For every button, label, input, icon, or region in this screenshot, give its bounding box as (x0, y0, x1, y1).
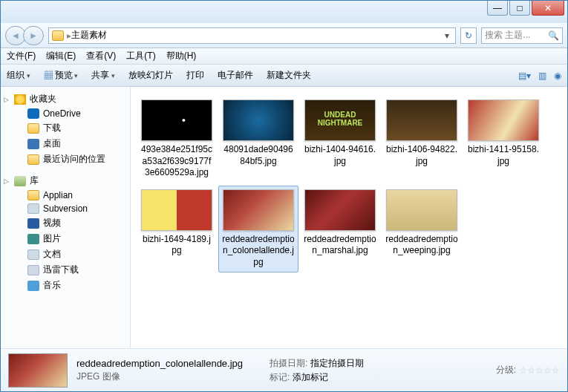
file-name: 493e384e251f95ca53a2f639c9177f3e6609529a… (140, 144, 213, 179)
file-grid[interactable]: 493e384e251f95ca53a2f639c9177f3e6609529a… (131, 87, 567, 348)
recent-icon (27, 154, 39, 165)
forward-button[interactable]: ► (23, 26, 44, 45)
onedrive-icon (27, 108, 39, 119)
close-button[interactable]: ✕ (532, 1, 564, 16)
search-icon: 🔍 (548, 30, 559, 41)
file-name: bizhi-1404-94616.jpg (304, 144, 376, 167)
minimize-button[interactable]: — (487, 1, 508, 16)
sidebar-item-documents[interactable]: 文档 (1, 246, 130, 262)
slideshow-button[interactable]: 放映幻灯片 (128, 69, 173, 82)
file-item[interactable]: bizhi-1649-4189.jpg (137, 186, 217, 272)
file-thumbnail (386, 99, 457, 141)
sidebar-favorites[interactable]: ▷ 收藏夹 (1, 91, 130, 107)
details-filename: reddeadredemption_colonelallende.jpg (76, 358, 243, 369)
file-thumbnail (468, 99, 539, 141)
address-bar[interactable]: ▸ 主题素材 ▾ (48, 27, 456, 44)
details-tags[interactable]: 添加标记 (293, 372, 328, 382)
file-thumbnail (141, 189, 212, 231)
sidebar-item-pictures[interactable]: 图片 (1, 231, 130, 246)
details-pane: reddeadredemption_colonelallende.jpg JPE… (1, 348, 567, 391)
file-item[interactable]: bizhi-1411-95158.jpg (463, 96, 543, 183)
sidebar-item-onedrive[interactable]: OneDrive (1, 107, 130, 120)
menu-help[interactable]: 帮助(H) (166, 50, 197, 62)
file-name: reddeadredemption_weeping.jpg (385, 234, 458, 257)
music-icon (27, 281, 39, 291)
file-item[interactable]: reddeadredemption_weeping.jpg (382, 186, 462, 272)
search-placeholder: 搜索 主题... (485, 29, 530, 42)
folder-icon (27, 190, 39, 200)
refresh-button[interactable]: ↻ (460, 27, 477, 44)
help-icon[interactable]: ◉ (554, 71, 561, 81)
file-item[interactable]: bizhi-1404-94616.jpg (300, 96, 380, 183)
file-item[interactable]: reddeadredemption_marshal.jpg (300, 186, 380, 272)
preview-button[interactable]: ▦ 预览 (44, 69, 79, 82)
address-path: 主题素材 (71, 29, 107, 42)
details-date[interactable]: 指定拍摄日期 (310, 358, 364, 368)
details-thumbnail (8, 353, 68, 388)
star-icon (14, 94, 26, 105)
file-thumbnail (386, 189, 457, 231)
file-item[interactable]: 493e384e251f95ca53a2f639c9177f3e6609529a… (137, 96, 217, 183)
subversion-icon (27, 203, 39, 214)
toolbar: 组织 ▦ 预览 共享 放映幻灯片 打印 电子邮件 新建文件夹 ▤▾ ▥ ◉ (1, 65, 567, 87)
email-button[interactable]: 电子邮件 (218, 69, 253, 82)
print-button[interactable]: 打印 (186, 69, 204, 82)
sidebar-item-music[interactable]: 音乐 (1, 278, 130, 293)
library-icon (14, 176, 26, 186)
file-name: bizhi-1406-94822.jpg (385, 144, 458, 167)
explorer-window: — □ ✕ ◄ ► ▸ 主题素材 ▾ ↻ 搜索 主题... 🔍 文件(F) 编辑… (0, 0, 568, 392)
details-filetype: JPEG 图像 (76, 370, 243, 383)
menu-view[interactable]: 查看(V) (86, 50, 116, 62)
thunder-icon (27, 265, 39, 275)
nav-bar: ◄ ► ▸ 主题素材 ▾ ↻ 搜索 主题... 🔍 (1, 23, 567, 48)
menu-edit[interactable]: 编辑(E) (46, 50, 76, 62)
share-button[interactable]: 共享 (91, 69, 115, 82)
rating-stars[interactable]: ☆☆☆☆☆ (519, 365, 560, 376)
file-name: 48091dade9049684bf5.jpg (222, 144, 295, 167)
maximize-button[interactable]: □ (509, 1, 530, 16)
panel-button[interactable]: ▥ (538, 71, 546, 81)
file-item[interactable]: bizhi-1406-94822.jpg (382, 96, 462, 183)
file-thumbnail (223, 189, 294, 231)
sidebar-item-desktop[interactable]: 桌面 (1, 136, 130, 151)
file-thumbnail (304, 99, 376, 141)
address-dropdown[interactable]: ▾ (442, 30, 452, 41)
titlebar: — □ ✕ (1, 1, 567, 23)
sidebar-item-applian[interactable]: Applian (1, 189, 130, 202)
file-name: bizhi-1411-95158.jpg (467, 144, 540, 167)
view-mode-button[interactable]: ▤▾ (518, 71, 531, 81)
desktop-icon (27, 139, 39, 149)
file-thumbnail (304, 189, 376, 231)
downloads-icon (27, 123, 39, 134)
file-name: bizhi-1649-4189.jpg (140, 234, 213, 257)
picture-icon (27, 234, 39, 244)
file-item[interactable]: reddeadredemption_colonelallende.jpg (218, 186, 298, 272)
sidebar: ▷ 收藏夹 OneDrive 下载 桌面 最近访问的位置 ▷ 库 Applian… (1, 87, 131, 348)
file-thumbnail (223, 99, 294, 141)
sidebar-item-thunder[interactable]: 迅雷下载 (1, 262, 130, 278)
document-icon (27, 249, 39, 260)
sidebar-item-recent[interactable]: 最近访问的位置 (1, 151, 130, 167)
sidebar-libraries[interactable]: ▷ 库 (1, 173, 130, 189)
menu-file[interactable]: 文件(F) (7, 50, 36, 62)
file-name: reddeadredemption_marshal.jpg (304, 234, 376, 257)
menu-tools[interactable]: 工具(T) (126, 50, 155, 62)
folder-icon (52, 30, 64, 41)
menu-bar: 文件(F) 编辑(E) 查看(V) 工具(T) 帮助(H) (1, 48, 567, 65)
sidebar-item-subversion[interactable]: Subversion (1, 202, 130, 215)
video-icon (27, 218, 39, 229)
organize-button[interactable]: 组织 (7, 69, 30, 82)
file-thumbnail (141, 99, 212, 141)
file-name: reddeadredemption_colonelallende.jpg (222, 234, 295, 269)
sidebar-item-downloads[interactable]: 下载 (1, 120, 130, 136)
sidebar-item-videos[interactable]: 视频 (1, 215, 130, 231)
file-item[interactable]: 48091dade9049684bf5.jpg (218, 96, 298, 183)
newfolder-button[interactable]: 新建文件夹 (267, 69, 311, 82)
search-input[interactable]: 搜索 主题... 🔍 (481, 27, 563, 44)
